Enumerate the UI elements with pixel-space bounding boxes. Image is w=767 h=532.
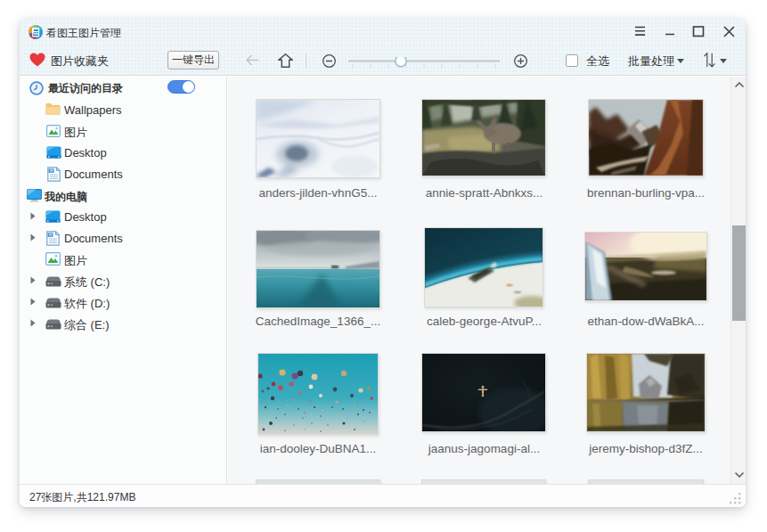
svg-text:W: W xyxy=(49,233,53,237)
svg-text:W: W xyxy=(50,168,54,173)
